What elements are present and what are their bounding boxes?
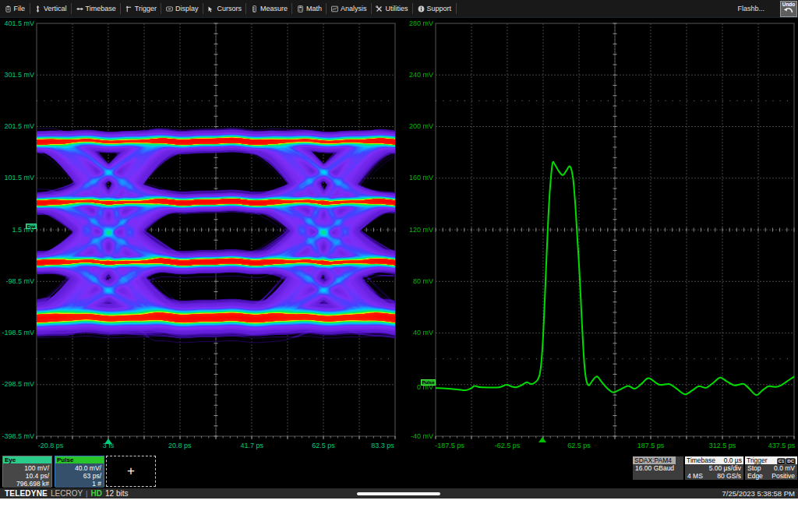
trigger-type-slope: Edge Positive: [745, 472, 797, 480]
sdax-baud: 16.00 GBaud: [633, 464, 683, 472]
pulse-y-axis-label: 240 mV: [390, 72, 433, 79]
eye-x-axis-label: 20.8 ps: [157, 442, 203, 449]
calculator-icon: [297, 5, 304, 12]
taskbar-drag-handle[interactable]: [357, 492, 440, 495]
brand-logo: TELEDYNELECROY|HD12 bits: [5, 489, 128, 498]
timebase-offset-value: 0.0 µs: [724, 456, 742, 464]
menu-item-label: Analysis: [341, 5, 367, 12]
pulse-y-axis-label: -40 mV: [390, 433, 433, 440]
pulse-y-axis-label: 280 mV: [390, 20, 433, 27]
pulse-trigger-position-marker[interactable]: [538, 437, 546, 442]
eye-y-axis-label: 101.5 mV: [0, 174, 34, 181]
timebase-scale-value: 5.00 µs/div: [709, 464, 741, 472]
calculator-icon: [297, 5, 304, 12]
trigger-mode-text: Stop: [747, 464, 761, 472]
trigger-mode-level: Stop 0.0 mV: [745, 464, 797, 472]
bit-depth-label: 12 bits: [105, 489, 128, 498]
menu-item-label: Vertical: [44, 5, 67, 12]
eye-x-axis-label: 83.3 ps: [359, 442, 406, 449]
pulse-horizontal-scale: 63 ps/: [55, 472, 101, 480]
menu-separator: [456, 3, 457, 14]
menu-item-label: Measure: [260, 5, 288, 12]
trigger-title: Trigger C1DC: [745, 456, 797, 464]
plus-icon: +: [127, 463, 135, 479]
eye-descriptor-title: Eye: [3, 456, 51, 463]
trigger-slope-value: Positive: [772, 472, 795, 480]
pulse-descriptor-title: Pulse: [55, 456, 104, 463]
eye-y-axis-label: -198.5 mV: [0, 329, 34, 336]
timebase-samplerate-value: 80 GS/s: [717, 472, 741, 480]
brand-lecroy: LECROY: [51, 489, 83, 498]
brand-separator: |: [86, 489, 87, 498]
eye-x-axis-label: -20.8 ps: [27, 442, 74, 449]
display-icon: [166, 5, 173, 12]
cursor-pointer-icon: [207, 5, 214, 12]
pulse-trace-badge[interactable]: Pulse: [421, 379, 436, 386]
eye-y-axis-label: -398.5 mV: [0, 433, 34, 440]
brand-teledyne: TELEDYNE: [5, 489, 48, 498]
sdax-summary-box[interactable]: SDAX:PAM4 16.00 GBaud: [633, 456, 683, 480]
eye-descriptor-values: 100 mV/ 10.4 ps/ 796.698 k#: [3, 463, 51, 488]
info-icon: [418, 5, 425, 12]
eye-trace-badge[interactable]: Eye: [26, 224, 37, 229]
eye-descriptor-box[interactable]: Eye 100 mV/ 10.4 ps/ 796.698 k#: [2, 456, 52, 487]
pulse-descriptor-values: 40.0 mV/ 63 ps/ 1 #: [55, 463, 104, 488]
pulse-y-axis-label: 80 mV: [390, 278, 433, 285]
trigger-title-text: Trigger: [747, 456, 768, 464]
hd-mode-label: HD: [91, 489, 102, 498]
pulse-y-axis-label: 160 mV: [390, 174, 433, 181]
eye-diagram-trace: [37, 23, 395, 436]
ruler-icon: [251, 5, 258, 12]
eye-y-axis-label: 301.5 mV: [0, 72, 34, 79]
eye-x-axis-label: 62.5 ps: [300, 442, 347, 449]
menu-item-label: Math: [306, 5, 322, 12]
vertical-arrows-icon: [34, 5, 41, 12]
menu-item-label: Timebase: [86, 5, 116, 12]
pulse-x-axis-label: 437.5 ps: [758, 442, 798, 449]
trigger-source-badge: C1DC: [777, 456, 796, 465]
flashback-label[interactable]: Flashb...: [737, 5, 764, 12]
pulse-sample-count: 1 #: [55, 480, 101, 488]
info-icon: [418, 5, 425, 12]
horizontal-arrows-icon: [76, 5, 83, 12]
file-icon: [5, 5, 12, 12]
sdax-baud-text: 16.00 GBaud: [635, 464, 674, 472]
horizontal-arrows-icon: [76, 5, 83, 12]
tools-icon: [376, 5, 383, 12]
clock-timestamp: 7/25/2023 5:38:58 PM: [722, 489, 796, 498]
trigger-summary-box[interactable]: Trigger C1DC Stop 0.0 mV Edge Positive: [745, 456, 797, 480]
eye-y-axis-label: 401.5 mV: [0, 20, 34, 27]
menu-item-label: Display: [175, 5, 199, 12]
timebase-summary-box[interactable]: Timebase 0.0 µs 5.00 µs/div 4 MS 80 GS/s: [685, 456, 743, 480]
eye-sample-count: 796.698 k#: [3, 480, 49, 488]
trigger-level-value: 0.0 mV: [774, 464, 795, 472]
menu-item-label: Utilities: [385, 5, 408, 12]
menu-item-file[interactable]: File: [0, 0, 30, 17]
cursor-pointer-icon: [207, 5, 214, 12]
eye-x-axis-label: 41.7 ps: [228, 442, 275, 449]
menu-item-label: Cursors: [217, 5, 242, 12]
chart-icon: [331, 5, 338, 12]
timebase-title: Timebase 0.0 µs: [685, 456, 743, 464]
ruler-icon: [251, 5, 258, 12]
display-icon: [166, 5, 173, 12]
pulse-y-axis-label: 120 mV: [390, 227, 433, 234]
status-bar: TELEDYNELECROY|HD12 bits 7/25/2023 5:38:…: [0, 488, 798, 499]
menu-item-label: File: [14, 5, 26, 12]
trigger-edge-icon: [125, 5, 132, 12]
add-trace-button[interactable]: +: [106, 456, 156, 487]
pulse-waveform-trace: [436, 23, 794, 436]
pulse-x-axis-label: -62.5 ps: [484, 442, 531, 449]
timebase-scale: 5.00 µs/div: [685, 464, 743, 472]
eye-y-axis-label: -98.5 mV: [0, 278, 34, 285]
pulse-vertical-scale: 40.0 mV/: [55, 464, 101, 472]
chart-icon: [331, 5, 338, 12]
eye-vertical-scale: 100 mV/: [3, 464, 49, 472]
file-icon: [5, 5, 12, 12]
pulse-x-axis-label: 312.5 ps: [699, 442, 746, 449]
eye-trigger-position-marker[interactable]: [104, 439, 112, 444]
menu-item-label: Support: [427, 5, 452, 12]
sdax-title-text: SDAX:PAM4: [634, 456, 672, 464]
pulse-descriptor-box[interactable]: Pulse 40.0 mV/ 63 ps/ 1 #: [55, 456, 104, 487]
eye-y-axis-label: -298.5 mV: [0, 381, 34, 388]
